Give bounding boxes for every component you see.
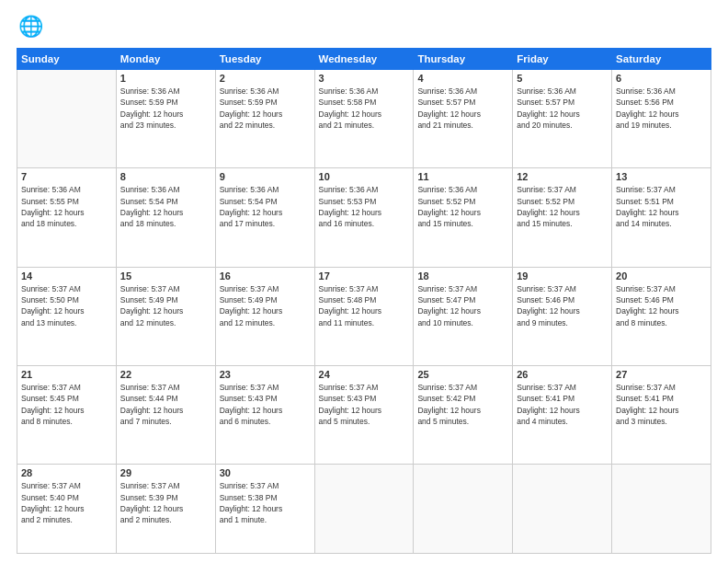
calendar-cell: 18Sunrise: 5:37 AM Sunset: 5:47 PM Dayli… bbox=[414, 267, 513, 365]
calendar-cell: 26Sunrise: 5:37 AM Sunset: 5:41 PM Dayli… bbox=[513, 365, 612, 464]
calendar-cell bbox=[314, 465, 414, 554]
day-number: 29 bbox=[120, 467, 211, 478]
calendar-cell: 1Sunrise: 5:36 AM Sunset: 5:59 PM Daylig… bbox=[116, 70, 215, 168]
week-row-2: 7Sunrise: 5:36 AM Sunset: 5:55 PM Daylig… bbox=[17, 168, 711, 267]
cell-info: Sunrise: 5:37 AM Sunset: 5:51 PM Dayligh… bbox=[616, 184, 707, 229]
calendar-cell: 21Sunrise: 5:37 AM Sunset: 5:45 PM Dayli… bbox=[17, 365, 117, 464]
day-number: 5 bbox=[517, 73, 608, 84]
calendar-cell bbox=[612, 465, 711, 554]
logo-icon: 🌐 bbox=[17, 15, 42, 40]
calendar-cell: 14Sunrise: 5:37 AM Sunset: 5:50 PM Dayli… bbox=[17, 267, 117, 365]
day-number: 16 bbox=[220, 270, 311, 282]
header-row: SundayMondayTuesdayWednesdayThursdayFrid… bbox=[17, 49, 711, 70]
header: 🌐 bbox=[17, 15, 711, 40]
cell-info: Sunrise: 5:36 AM Sunset: 5:56 PM Dayligh… bbox=[616, 86, 707, 131]
day-number: 11 bbox=[417, 171, 508, 182]
calendar-cell: 30Sunrise: 5:37 AM Sunset: 5:38 PM Dayli… bbox=[215, 465, 314, 554]
col-header-thursday: Thursday bbox=[414, 49, 513, 70]
day-number: 17 bbox=[319, 270, 410, 282]
day-number: 9 bbox=[220, 171, 311, 182]
cell-info: Sunrise: 5:37 AM Sunset: 5:40 PM Dayligh… bbox=[21, 480, 112, 525]
day-number: 10 bbox=[319, 171, 410, 182]
cell-info: Sunrise: 5:37 AM Sunset: 5:43 PM Dayligh… bbox=[319, 382, 410, 427]
col-header-friday: Friday bbox=[513, 49, 612, 70]
day-number: 1 bbox=[120, 73, 211, 84]
day-number: 6 bbox=[616, 73, 707, 84]
col-header-saturday: Saturday bbox=[612, 49, 711, 70]
calendar-cell: 11Sunrise: 5:36 AM Sunset: 5:52 PM Dayli… bbox=[414, 168, 513, 267]
calendar-cell: 23Sunrise: 5:37 AM Sunset: 5:43 PM Dayli… bbox=[215, 365, 314, 464]
logo: 🌐 bbox=[17, 15, 46, 40]
cell-info: Sunrise: 5:36 AM Sunset: 5:57 PM Dayligh… bbox=[517, 86, 608, 131]
day-number: 19 bbox=[517, 270, 608, 282]
day-number: 21 bbox=[21, 369, 112, 380]
cell-info: Sunrise: 5:36 AM Sunset: 5:58 PM Dayligh… bbox=[319, 86, 410, 131]
day-number: 15 bbox=[120, 270, 211, 282]
cell-info: Sunrise: 5:36 AM Sunset: 5:52 PM Dayligh… bbox=[417, 184, 508, 229]
calendar-cell: 2Sunrise: 5:36 AM Sunset: 5:59 PM Daylig… bbox=[215, 70, 314, 168]
day-number: 18 bbox=[417, 270, 508, 282]
cell-info: Sunrise: 5:37 AM Sunset: 5:41 PM Dayligh… bbox=[517, 382, 608, 427]
calendar-cell: 25Sunrise: 5:37 AM Sunset: 5:42 PM Dayli… bbox=[414, 365, 513, 464]
week-row-4: 21Sunrise: 5:37 AM Sunset: 5:45 PM Dayli… bbox=[17, 365, 711, 464]
svg-text:🌐: 🌐 bbox=[18, 15, 42, 39]
calendar-cell: 29Sunrise: 5:37 AM Sunset: 5:39 PM Dayli… bbox=[116, 465, 215, 554]
calendar-table: SundayMondayTuesdayWednesdayThursdayFrid… bbox=[17, 48, 711, 554]
day-number: 3 bbox=[319, 73, 410, 84]
cell-info: Sunrise: 5:37 AM Sunset: 5:49 PM Dayligh… bbox=[220, 283, 311, 328]
calendar-cell: 6Sunrise: 5:36 AM Sunset: 5:56 PM Daylig… bbox=[612, 70, 711, 168]
calendar-cell: 12Sunrise: 5:37 AM Sunset: 5:52 PM Dayli… bbox=[513, 168, 612, 267]
cell-info: Sunrise: 5:37 AM Sunset: 5:43 PM Dayligh… bbox=[220, 382, 311, 427]
day-number: 7 bbox=[21, 171, 112, 182]
calendar-cell bbox=[17, 70, 117, 168]
day-number: 30 bbox=[220, 467, 311, 478]
day-number: 4 bbox=[417, 73, 508, 84]
col-header-tuesday: Tuesday bbox=[215, 49, 314, 70]
week-row-3: 14Sunrise: 5:37 AM Sunset: 5:50 PM Dayli… bbox=[17, 267, 711, 365]
calendar-cell: 22Sunrise: 5:37 AM Sunset: 5:44 PM Dayli… bbox=[116, 365, 215, 464]
cell-info: Sunrise: 5:37 AM Sunset: 5:49 PM Dayligh… bbox=[120, 283, 211, 328]
cell-info: Sunrise: 5:37 AM Sunset: 5:46 PM Dayligh… bbox=[616, 283, 707, 328]
calendar-cell: 4Sunrise: 5:36 AM Sunset: 5:57 PM Daylig… bbox=[414, 70, 513, 168]
day-number: 12 bbox=[517, 171, 608, 182]
cell-info: Sunrise: 5:36 AM Sunset: 5:59 PM Dayligh… bbox=[120, 86, 211, 131]
calendar-cell: 24Sunrise: 5:37 AM Sunset: 5:43 PM Dayli… bbox=[314, 365, 414, 464]
cell-info: Sunrise: 5:37 AM Sunset: 5:42 PM Dayligh… bbox=[417, 382, 508, 427]
day-number: 25 bbox=[417, 369, 508, 380]
calendar-cell: 27Sunrise: 5:37 AM Sunset: 5:41 PM Dayli… bbox=[612, 365, 711, 464]
calendar-cell: 16Sunrise: 5:37 AM Sunset: 5:49 PM Dayli… bbox=[215, 267, 314, 365]
day-number: 23 bbox=[220, 369, 311, 380]
col-header-sunday: Sunday bbox=[17, 49, 117, 70]
calendar-cell: 19Sunrise: 5:37 AM Sunset: 5:46 PM Dayli… bbox=[513, 267, 612, 365]
cell-info: Sunrise: 5:37 AM Sunset: 5:48 PM Dayligh… bbox=[319, 283, 410, 328]
day-number: 2 bbox=[220, 73, 311, 84]
page: 🌐 SundayMondayTuesdayWednesdayThursdayFr… bbox=[0, 0, 728, 563]
calendar-cell: 28Sunrise: 5:37 AM Sunset: 5:40 PM Dayli… bbox=[17, 465, 117, 554]
calendar-cell: 5Sunrise: 5:36 AM Sunset: 5:57 PM Daylig… bbox=[513, 70, 612, 168]
calendar-cell bbox=[513, 465, 612, 554]
calendar-cell: 7Sunrise: 5:36 AM Sunset: 5:55 PM Daylig… bbox=[17, 168, 117, 267]
day-number: 22 bbox=[120, 369, 211, 380]
cell-info: Sunrise: 5:37 AM Sunset: 5:45 PM Dayligh… bbox=[21, 382, 112, 427]
week-row-1: 1Sunrise: 5:36 AM Sunset: 5:59 PM Daylig… bbox=[17, 70, 711, 168]
cell-info: Sunrise: 5:37 AM Sunset: 5:47 PM Dayligh… bbox=[417, 283, 508, 328]
cell-info: Sunrise: 5:37 AM Sunset: 5:41 PM Dayligh… bbox=[616, 382, 707, 427]
calendar-cell: 17Sunrise: 5:37 AM Sunset: 5:48 PM Dayli… bbox=[314, 267, 414, 365]
day-number: 24 bbox=[319, 369, 410, 380]
calendar-cell: 8Sunrise: 5:36 AM Sunset: 5:54 PM Daylig… bbox=[116, 168, 215, 267]
cell-info: Sunrise: 5:37 AM Sunset: 5:50 PM Dayligh… bbox=[21, 283, 112, 328]
cell-info: Sunrise: 5:36 AM Sunset: 5:54 PM Dayligh… bbox=[120, 184, 211, 229]
day-number: 27 bbox=[616, 369, 707, 380]
calendar-cell bbox=[414, 465, 513, 554]
cell-info: Sunrise: 5:36 AM Sunset: 5:53 PM Dayligh… bbox=[319, 184, 410, 229]
cell-info: Sunrise: 5:37 AM Sunset: 5:39 PM Dayligh… bbox=[120, 480, 211, 525]
calendar-cell: 10Sunrise: 5:36 AM Sunset: 5:53 PM Dayli… bbox=[314, 168, 414, 267]
day-number: 8 bbox=[120, 171, 211, 182]
calendar-cell: 20Sunrise: 5:37 AM Sunset: 5:46 PM Dayli… bbox=[612, 267, 711, 365]
cell-info: Sunrise: 5:37 AM Sunset: 5:46 PM Dayligh… bbox=[517, 283, 608, 328]
calendar-cell: 15Sunrise: 5:37 AM Sunset: 5:49 PM Dayli… bbox=[116, 267, 215, 365]
calendar-cell: 9Sunrise: 5:36 AM Sunset: 5:54 PM Daylig… bbox=[215, 168, 314, 267]
col-header-wednesday: Wednesday bbox=[314, 49, 414, 70]
cell-info: Sunrise: 5:37 AM Sunset: 5:38 PM Dayligh… bbox=[220, 480, 311, 525]
cell-info: Sunrise: 5:36 AM Sunset: 5:59 PM Dayligh… bbox=[220, 86, 311, 131]
